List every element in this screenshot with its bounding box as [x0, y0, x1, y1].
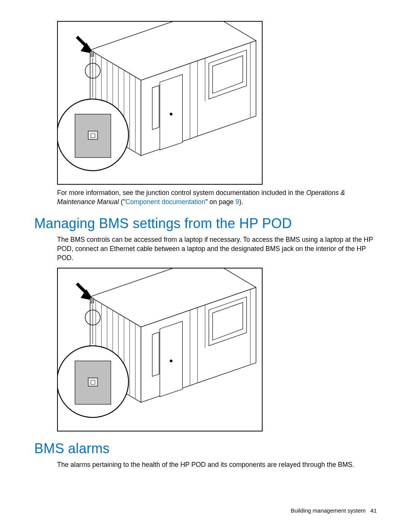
svg-rect-51	[90, 298, 94, 303]
para1-suffix: ).	[239, 198, 243, 206]
svg-point-12	[170, 113, 172, 115]
paragraph-component-doc: For more information, see the junction c…	[57, 189, 373, 206]
footer-page-number: 41	[370, 507, 377, 514]
paragraph-bms-access: The BMS controls can be accessed from a …	[57, 235, 373, 262]
svg-marker-42	[152, 332, 159, 377]
svg-marker-11	[160, 75, 182, 150]
svg-marker-13	[152, 85, 159, 129]
para1-after-italic: ("	[119, 198, 125, 206]
svg-marker-40	[160, 321, 182, 397]
svg-rect-57	[91, 380, 95, 384]
pod-illustration-2	[57, 268, 263, 431]
para1-after-link: " on page	[206, 198, 236, 206]
svg-rect-22	[90, 51, 94, 56]
para1-prefix: For more information, see the junction c…	[57, 189, 306, 197]
paragraph-bms-alarms: The alarms pertaining to the health of t…	[57, 460, 373, 470]
page-footer: Building management system 41	[291, 507, 377, 514]
svg-point-41	[170, 360, 172, 362]
pod-illustration-1	[57, 21, 263, 185]
heading-managing-bms: Managing BMS settings from the HP POD	[34, 216, 377, 232]
heading-bms-alarms: BMS alarms	[34, 441, 377, 457]
page-ref-link[interactable]: 9	[236, 198, 239, 206]
svg-rect-28	[91, 134, 95, 137]
footer-section: Building management system	[291, 507, 366, 514]
component-documentation-link[interactable]: Component documentation	[125, 198, 205, 206]
